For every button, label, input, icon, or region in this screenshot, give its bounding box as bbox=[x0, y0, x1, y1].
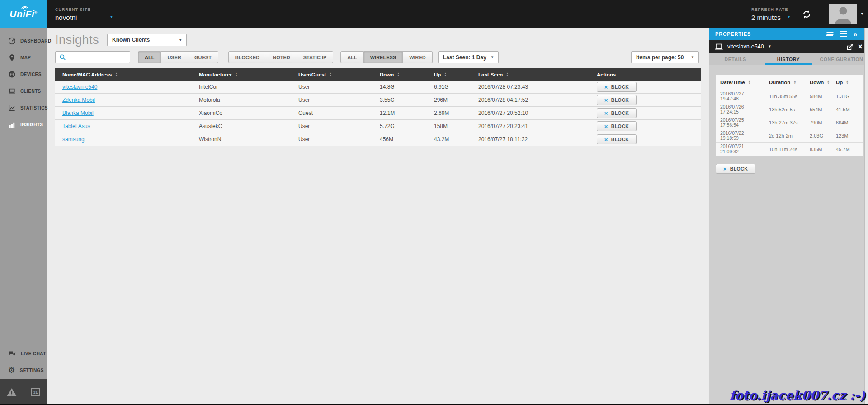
sidebar-item-insights[interactable]: INSIGHTS bbox=[0, 116, 47, 133]
client-name-link[interactable]: Blanka Mobil bbox=[62, 110, 94, 116]
hcol-duration[interactable]: Duration bbox=[769, 80, 810, 85]
tab-configuration[interactable]: CONFIGURATION bbox=[815, 53, 868, 65]
user-menu-caret-icon[interactable] bbox=[860, 12, 864, 16]
col-down[interactable]: Down bbox=[380, 72, 434, 77]
block-button[interactable]: BLOCK bbox=[597, 108, 637, 118]
col-name[interactable]: Name/MAC Address bbox=[55, 72, 199, 77]
col-user-guest[interactable]: User/Guest bbox=[298, 72, 380, 77]
user-menu[interactable] bbox=[825, 0, 868, 28]
client-name-link[interactable]: viteslavn-e540 bbox=[62, 84, 97, 90]
search-box[interactable] bbox=[55, 51, 130, 63]
hcol-up[interactable]: Up bbox=[836, 80, 863, 85]
client-name-link[interactable]: samsung bbox=[62, 136, 85, 143]
hcol-down[interactable]: Down bbox=[810, 80, 836, 85]
sidebar-item-settings[interactable]: ⚙ SETTINGS bbox=[0, 362, 47, 379]
filter-static-ip-button[interactable]: STATIC IP bbox=[297, 51, 334, 63]
sort-icon[interactable] bbox=[793, 80, 796, 85]
col-manufacturer[interactable]: Manufacturer bbox=[199, 72, 298, 77]
client-name-link[interactable]: Tablet Asus bbox=[62, 123, 90, 129]
sidebar-item-label: DEVICES bbox=[20, 72, 42, 77]
col-last-seen[interactable]: Last Seen bbox=[478, 72, 597, 77]
sidebar-item-clients[interactable]: CLIENTS bbox=[0, 83, 47, 100]
sort-icon[interactable] bbox=[846, 80, 849, 85]
table-row: samsung WistronN User 456M 43.2M 2016/07… bbox=[55, 133, 701, 146]
filter-conn-all-button[interactable]: ALL bbox=[340, 51, 363, 63]
history-date: 2016/07/21 bbox=[720, 143, 744, 149]
hcol-datetime[interactable]: Date/Time bbox=[716, 80, 769, 85]
last-seen-dropdown[interactable]: Last Seen: 1 Day bbox=[438, 51, 499, 63]
sidebar-item-label: SETTINGS bbox=[20, 368, 44, 373]
client-name-link[interactable]: Zdenka Mobil bbox=[62, 97, 95, 103]
col-up[interactable]: Up bbox=[434, 72, 478, 77]
sidebar-item-live-chat[interactable]: LIVE CHAT bbox=[0, 345, 47, 362]
collapse-panel-right-icon[interactable] bbox=[854, 31, 857, 38]
sort-icon[interactable] bbox=[827, 80, 830, 85]
block-button[interactable]: BLOCK bbox=[597, 95, 637, 105]
down-value: 3.55G bbox=[380, 97, 434, 103]
unifi-app-window: UniFi® CURRENT SITE novotni REFRESH RATE… bbox=[0, 0, 868, 405]
refresh-icon[interactable] bbox=[802, 9, 812, 19]
refresh-rate-selector[interactable]: REFRESH RATE 2 minutes bbox=[751, 7, 791, 21]
down-value: 5.72G bbox=[380, 123, 434, 129]
current-site-selector[interactable]: CURRENT SITE novotni bbox=[55, 0, 113, 28]
panel-block-button[interactable]: BLOCK bbox=[716, 164, 755, 174]
collapse-panels-icon[interactable] bbox=[826, 31, 833, 37]
refresh-rate-value: 2 minutes bbox=[751, 14, 781, 21]
events-button[interactable]: 31 bbox=[24, 379, 47, 405]
block-button[interactable]: BLOCK bbox=[597, 134, 637, 144]
sidebar-item-devices[interactable]: DEVICES bbox=[0, 66, 47, 83]
user-guest-value: User bbox=[298, 97, 380, 103]
refresh-rate-caret-icon[interactable] bbox=[787, 15, 791, 19]
sort-icon[interactable] bbox=[397, 72, 400, 77]
tab-history[interactable]: HISTORY bbox=[762, 53, 815, 65]
up-value: 6.91G bbox=[434, 84, 478, 90]
filter-wired-button[interactable]: WIRED bbox=[403, 51, 433, 63]
block-x-icon bbox=[604, 97, 608, 103]
history-table: Date/Time Duration Down Up 2016/07/2719:… bbox=[716, 75, 863, 156]
properties-tabs: DETAILS HISTORY CONFIGURATION bbox=[709, 53, 868, 65]
items-per-page-dropdown[interactable]: Items per page: 50 bbox=[631, 51, 699, 63]
sort-icon[interactable] bbox=[235, 72, 238, 77]
calendar-icon: 31 bbox=[31, 388, 40, 396]
sidebar-item-map[interactable]: MAP bbox=[0, 49, 47, 66]
history-row: 2016/07/2219:18:59 2d 12h 2m 2.03G 123M bbox=[716, 129, 863, 143]
close-icon[interactable] bbox=[858, 43, 863, 51]
registered-mark: ® bbox=[34, 10, 37, 14]
sort-icon[interactable] bbox=[506, 72, 509, 77]
block-button[interactable]: BLOCK bbox=[597, 82, 637, 92]
filter-user-button[interactable]: USER bbox=[161, 51, 188, 63]
sort-icon[interactable] bbox=[444, 72, 447, 77]
clients-table-header: Name/MAC Address Manufacturer User/Guest… bbox=[55, 68, 701, 81]
history-up: 1.31G bbox=[836, 94, 863, 99]
block-x-icon bbox=[604, 84, 608, 90]
sidebar-item-label: INSIGHTS bbox=[20, 122, 43, 127]
sidebar-item-dashboard[interactable]: DASHBOARD bbox=[0, 33, 47, 49]
search-input[interactable] bbox=[69, 54, 126, 61]
filter-guest-button[interactable]: GUEST bbox=[188, 51, 218, 63]
sort-icon[interactable] bbox=[115, 72, 118, 77]
popout-icon[interactable] bbox=[847, 43, 854, 50]
block-button[interactable]: BLOCK bbox=[597, 121, 637, 131]
warning-triangle-icon bbox=[6, 387, 18, 397]
down-value: 12.1M bbox=[380, 110, 434, 116]
sidebar-item-statistics[interactable]: STATISTICS bbox=[0, 100, 47, 116]
history-row: 2016/07/2617:24:15 13h 52m 5s 554M 41.5M bbox=[716, 103, 863, 116]
properties-client-name[interactable]: viteslavn-e540 bbox=[727, 43, 764, 50]
site-dropdown-caret-icon[interactable] bbox=[109, 15, 113, 19]
last-seen-value: Last Seen: 1 Day bbox=[443, 54, 486, 61]
sort-icon[interactable] bbox=[329, 72, 332, 77]
tab-details[interactable]: DETAILS bbox=[709, 53, 762, 65]
filter-blocked-button[interactable]: BLOCKED bbox=[228, 51, 266, 63]
filter-noted-button[interactable]: NOTED bbox=[266, 51, 297, 63]
panel-scrollbar[interactable] bbox=[864, 28, 868, 405]
history-up: 664M bbox=[836, 120, 863, 125]
alerts-button[interactable] bbox=[0, 379, 24, 405]
client-dropdown-caret-icon[interactable] bbox=[768, 45, 772, 48]
sort-icon[interactable] bbox=[748, 80, 751, 85]
sidebar-nav: DASHBOARD MAP DEVICES bbox=[0, 28, 47, 133]
filter-wireless-button[interactable]: WIRELESS bbox=[364, 51, 403, 63]
menu-icon[interactable] bbox=[840, 30, 847, 38]
sidebar-bottom: LIVE CHAT ⚙ SETTINGS 31 bbox=[0, 345, 47, 405]
view-selector-dropdown[interactable]: Known Clients bbox=[107, 34, 187, 46]
filter-all-button[interactable]: ALL bbox=[138, 51, 161, 63]
